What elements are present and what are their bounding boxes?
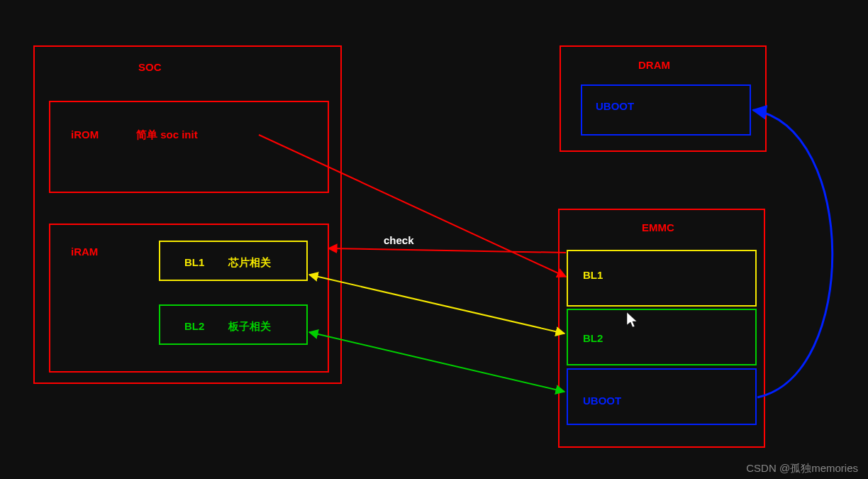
- soc-block: SOC iROM 简单 soc init iRAM BL1 芯片相关 BL2 板…: [34, 46, 341, 383]
- dram-title: DRAM: [638, 59, 670, 71]
- arrow-irom-to-emmc-bl1: [259, 135, 566, 277]
- soc-title: SOC: [138, 61, 162, 73]
- emmc-block: EMMC BL1 BL2 UBOOT: [559, 209, 764, 447]
- dram-uboot-label: UBOOT: [596, 100, 634, 112]
- emmc-bl1-label: BL1: [583, 269, 603, 281]
- watermark: CSDN @孤独memories: [746, 462, 858, 474]
- svg-rect-0: [34, 46, 341, 383]
- dram-block: DRAM UBOOT: [560, 46, 766, 151]
- iram-label: iRAM: [71, 246, 98, 258]
- arrow-emmc-bl1-to-iram: [328, 248, 566, 253]
- diagram-root: SOC iROM 简单 soc init iRAM BL1 芯片相关 BL2 板…: [0, 0, 868, 479]
- svg-rect-4: [559, 209, 764, 447]
- irom-desc: 简单 soc init: [135, 128, 198, 141]
- iram-bl1-name: BL1: [184, 256, 204, 268]
- emmc-title: EMMC: [642, 221, 674, 233]
- emmc-uboot-label: UBOOT: [583, 395, 621, 407]
- arrow-bl1-bl2-yellow: [309, 275, 564, 334]
- iram-bl2-desc: 板子相关: [228, 320, 271, 332]
- iram-bl1-desc: 芯片相关: [228, 256, 271, 268]
- irom-label: iROM: [71, 128, 99, 141]
- check-label: check: [384, 234, 414, 246]
- cursor-icon: [627, 312, 637, 327]
- emmc-bl2-label: BL2: [583, 332, 603, 344]
- arrow-bl2-uboot-green: [309, 332, 564, 392]
- iram-bl2-name: BL2: [184, 320, 204, 332]
- iram-block: iRAM BL1 芯片相关 BL2 板子相关: [50, 224, 328, 372]
